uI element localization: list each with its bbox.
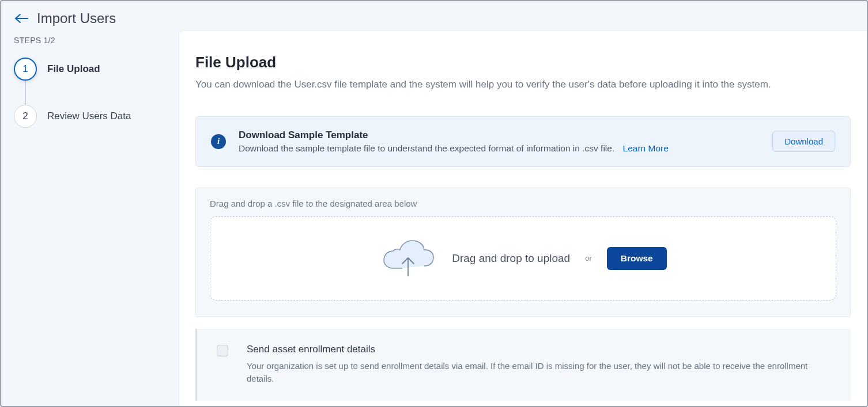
step-file-upload[interactable]: 1 File Upload <box>14 58 166 81</box>
enrollment-description: Your organization is set up to send enro… <box>247 360 823 386</box>
download-template-card: i Download Sample Template Download the … <box>195 116 851 167</box>
dropzone-text: Drag and drop to upload <box>452 252 570 265</box>
steps-sidebar: STEPS 1/2 1 File Upload 2 Review Users D… <box>1 30 179 406</box>
upload-section: Drag and drop a .csv file to the designa… <box>195 188 851 317</box>
step-label-2: Review Users Data <box>47 111 131 122</box>
learn-more-link[interactable]: Learn More <box>623 143 669 153</box>
download-template-button[interactable]: Download <box>772 131 835 152</box>
file-dropzone[interactable]: Drag and drop to upload or Browse <box>210 216 836 301</box>
cloud-upload-icon <box>379 238 437 279</box>
step-number-2: 2 <box>14 105 37 128</box>
enrollment-title: Send asset enrollment details <box>247 344 833 355</box>
send-enrollment-checkbox[interactable] <box>217 345 228 356</box>
info-card-title: Download Sample Template <box>239 130 760 141</box>
page-header: Import Users <box>1 1 867 30</box>
steps-counter-label: STEPS 1/2 <box>14 36 166 45</box>
step-label-1: File Upload <box>47 63 100 75</box>
main-panel: File Upload You can download the User.cs… <box>179 30 867 406</box>
step-review-users-data[interactable]: 2 Review Users Data <box>14 105 166 128</box>
info-card-description: Download the sample template file to und… <box>239 143 760 154</box>
dropzone-or-text: or <box>585 254 592 263</box>
page-title-header: Import Users <box>37 10 116 26</box>
browse-button[interactable]: Browse <box>607 247 667 270</box>
back-arrow-icon[interactable] <box>14 13 29 24</box>
enrollment-section: Send asset enrollment details Your organ… <box>195 329 851 401</box>
step-connector <box>25 81 26 106</box>
info-icon: i <box>211 134 226 149</box>
content-title: File Upload <box>195 54 851 71</box>
content-description: You can download the User.csv file templ… <box>195 77 851 92</box>
step-number-1: 1 <box>14 58 37 81</box>
upload-hint-text: Drag and drop a .csv file to the designa… <box>210 199 836 208</box>
